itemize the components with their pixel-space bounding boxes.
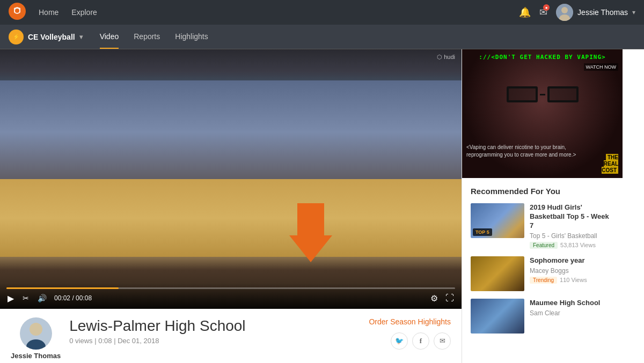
ad-watch-now-label: WATCH NOW	[584, 63, 619, 71]
recommended-item-2[interactable]: Sophomore year Macey Boggs Trending 110 …	[471, 256, 614, 291]
rec-title-2: Sophomore year	[530, 256, 614, 265]
rec-thumb-1: TOP 5	[471, 203, 524, 238]
team-icon: ⚡	[9, 29, 24, 45]
tab-reports[interactable]: Reports	[134, 25, 160, 49]
video-info: Jessie Thomas Lewis-Palmer High School 0…	[0, 309, 462, 363]
rec-info-3: Maumee High School Sam Clear	[530, 299, 614, 334]
team-selector[interactable]: ⚡ CE Volleyball ▾	[9, 29, 83, 45]
the-real-cost-logo: THEREALCOST	[602, 154, 618, 174]
twitter-icon: 🐦	[395, 337, 404, 345]
twitter-share-button[interactable]: 🐦	[391, 332, 408, 350]
explore-nav-link[interactable]: Explore	[71, 8, 97, 17]
rec-tags-1: Featured 53,813 Views	[530, 242, 614, 249]
uploader-section: Jessie Thomas	[11, 317, 61, 360]
ad-bottom-text: <Vaping can deliver nicotine to your bra…	[466, 144, 596, 159]
ad-top-text: ://<DON'T GET HACKED BY VAPING>	[462, 54, 623, 61]
facebook-share-button[interactable]: f	[412, 332, 429, 350]
avatar	[556, 4, 573, 21]
arrow-head	[289, 235, 332, 262]
user-name-label: Jessie Thomas	[577, 8, 628, 17]
rec-title-1: 2019 Hudl Girls' Basketball Top 5 - Week…	[530, 203, 614, 231]
video-info-top: Jessie Thomas Lewis-Palmer High School 0…	[11, 317, 451, 360]
current-time: 00:02	[54, 294, 70, 302]
home-nav-link[interactable]: Home	[39, 8, 58, 17]
app-logo[interactable]	[9, 3, 26, 22]
progress-bar[interactable]	[6, 287, 455, 289]
arrow-shaft	[297, 203, 324, 235]
rec-tags-2: Trending 110 Views	[530, 277, 614, 284]
video-background: ⬡ hudi	[0, 49, 462, 309]
view-count: 0 views	[69, 337, 92, 345]
total-duration: 00:08	[76, 294, 92, 302]
play-button[interactable]: ▶	[6, 292, 15, 305]
user-menu[interactable]: Jessie Thomas ▾	[556, 4, 635, 21]
chevron-down-icon: ▾	[632, 9, 635, 16]
rec-tag-trending: Trending	[530, 277, 557, 284]
controls-row: ▶ ✂ 🔊 00:02 / 00:08	[6, 292, 455, 305]
bell-icon: 🔔	[519, 6, 531, 18]
advertisement[interactable]: ://<DON'T GET HACKED BY VAPING> WATCH NO…	[462, 49, 623, 178]
facebook-icon: f	[420, 337, 422, 345]
nav-right-section: 🔔 ✉ ● Jessie Thomas ▾	[519, 4, 635, 21]
tab-highlights[interactable]: Highlights	[175, 25, 208, 49]
team-name-label: CE Volleyball	[28, 33, 75, 41]
video-section: ⬡ hudi ▶ ✂ 🔊	[0, 49, 462, 363]
recommended-item-1[interactable]: TOP 5 2019 Hudl Girls' Basketball Top 5 …	[471, 203, 614, 249]
main-nav-links: Home Explore	[39, 8, 506, 17]
rec-author-3: Sam Clear	[530, 309, 614, 317]
arrow-overlay	[289, 204, 332, 262]
social-share-icons: 🐦 f ✉	[391, 332, 451, 350]
rec-thumb-3-bg	[471, 299, 524, 334]
rec-thumb-2-bg	[471, 256, 524, 291]
top-navigation: Home Explore 🔔 ✉ ● Jessie Thomas ▾	[0, 0, 644, 25]
email-share-button[interactable]: ✉	[434, 332, 451, 350]
main-content: ⬡ hudi ▶ ✂ 🔊	[0, 49, 644, 363]
sub-nav-tabs: Video Reports Highlights	[100, 25, 208, 49]
video-length: 0:08	[98, 337, 112, 345]
order-season-highlights-button[interactable]: Order Season Highlights	[369, 317, 451, 326]
rec-tag-featured: Featured	[530, 242, 558, 249]
upload-date: Dec 01, 2018	[118, 337, 159, 345]
sub-navigation: ⚡ CE Volleyball ▾ Video Reports Highligh…	[0, 25, 644, 49]
uploader-avatar[interactable]	[20, 317, 52, 350]
video-court	[0, 179, 462, 257]
rec-views-2: 110 Views	[560, 277, 587, 284]
svg-point-6	[30, 323, 42, 336]
rec-author-1: Top 5 - Girls' Basketball	[530, 232, 614, 240]
video-title: Lewis-Palmer High School	[69, 317, 360, 335]
rec-info-2: Sophomore year Macey Boggs Trending 110 …	[530, 256, 614, 291]
volume-button[interactable]: 🔊	[36, 293, 48, 303]
rec-badge-top5: TOP 5	[473, 228, 492, 236]
tab-video[interactable]: Video	[100, 25, 119, 49]
messages-button[interactable]: ✉ ●	[539, 6, 547, 18]
hudl-logo-text: ⬡ hudi	[437, 54, 455, 61]
settings-button[interactable]: ⚙	[429, 292, 439, 305]
svg-point-3	[561, 7, 568, 13]
play-icon: ▶	[8, 293, 14, 303]
ad-glasses-area	[507, 86, 579, 102]
ad-logo: THEREALCOST	[602, 154, 618, 174]
notifications-bell-button[interactable]: 🔔	[519, 6, 531, 18]
email-icon: ✉	[440, 337, 445, 345]
glasses-right	[547, 86, 579, 102]
clip-button[interactable]: ✂	[21, 293, 30, 303]
video-title-section: Lewis-Palmer High School 0 views | 0:08 …	[69, 317, 360, 345]
hudl-watermark: ⬡ hudi	[437, 54, 455, 61]
message-badge: ●	[543, 4, 550, 11]
rec-author-2: Macey Boggs	[530, 267, 614, 275]
uploader-name: Jessie Thomas	[11, 352, 61, 360]
recommended-item-3[interactable]: Maumee High School Sam Clear	[471, 299, 614, 334]
team-selector-chevron-icon: ▾	[79, 33, 83, 41]
video-meta: 0 views | 0:08 | Dec 01, 2018	[69, 337, 360, 345]
fullscreen-button[interactable]: ⛶	[444, 292, 455, 305]
rec-views-1: 53,813 Views	[560, 242, 596, 249]
recommended-title: Recommended For You	[471, 187, 614, 196]
video-actions: Order Season Highlights 🐦 f ✉	[369, 317, 451, 350]
settings-icon: ⚙	[430, 293, 438, 303]
glasses-left	[507, 86, 538, 102]
clip-icon: ✂	[23, 294, 29, 302]
rec-thumb-3	[471, 299, 524, 334]
video-player[interactable]: ⬡ hudi ▶ ✂ 🔊	[0, 49, 462, 309]
rec-info-1: 2019 Hudl Girls' Basketball Top 5 - Week…	[530, 203, 614, 249]
fullscreen-icon: ⛶	[445, 293, 454, 303]
